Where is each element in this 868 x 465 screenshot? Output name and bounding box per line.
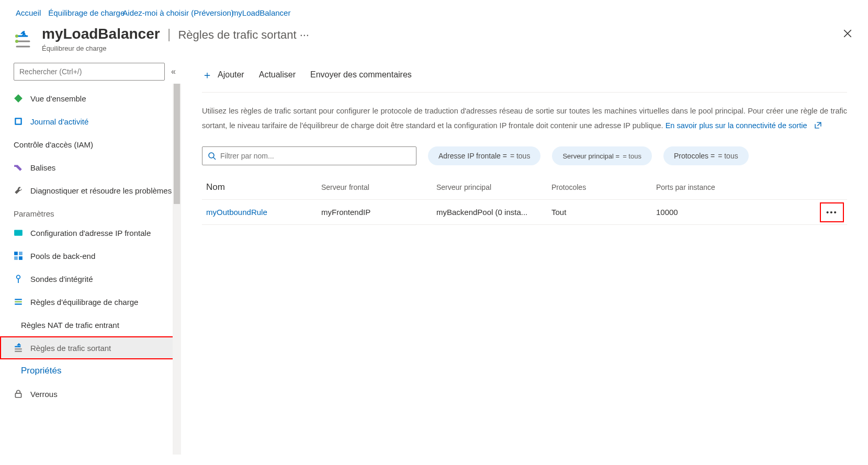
- sidebar-item-label: Balises: [30, 163, 55, 172]
- filter-name-input[interactable]: [202, 146, 416, 165]
- filter-backend-pill[interactable]: Serveur principal = = tous: [552, 146, 652, 165]
- breadcrumb: Accueil Équilibrage de charge Aidez-moi …: [0, 0, 868, 26]
- breadcrumb-resource[interactable]: myLoadBalancer: [232, 8, 291, 17]
- sidebar-scrollbar-thumb[interactable]: [174, 84, 180, 204]
- overview-icon: [14, 94, 23, 103]
- sidebar-section-settings: Paramètres: [0, 202, 181, 221]
- activity-log-icon: [14, 117, 23, 126]
- wrench-icon: [14, 186, 23, 195]
- sidebar-item-diagnose[interactable]: Diagnostiquer et résoudre les problèmes: [0, 179, 181, 202]
- sidebar-item-label: Diagnostiquer et résoudre les problèmes: [30, 186, 172, 195]
- content-pane: ＋ Ajouter Actualiser Envoyer des comment…: [181, 63, 868, 455]
- page-section: Règles de trafic sortant: [178, 28, 296, 42]
- frontend-ip-icon: [14, 228, 23, 237]
- svg-rect-9: [19, 256, 22, 260]
- filter-frontend-pill[interactable]: Adresse IP frontale = = tous: [428, 146, 540, 165]
- page-title: myLoadBalancer: [42, 26, 160, 42]
- cell-frontend: myFrontendIP: [321, 208, 436, 217]
- sidebar: « Vue d'ensemble Journal d'activité Cont…: [0, 63, 181, 455]
- sidebar-item-label: Propriétés: [21, 366, 61, 376]
- info-learn-more-link[interactable]: En savoir plus sur la connectivité de so…: [666, 121, 807, 130]
- col-protocols[interactable]: Protocoles: [551, 183, 656, 191]
- svg-point-1: [15, 40, 18, 43]
- title-ellipsis: ···: [300, 28, 309, 42]
- sidebar-item-label: Règles d'équilibrage de charge: [30, 298, 138, 307]
- refresh-label: Actualiser: [259, 70, 296, 80]
- grid-header: Nom Serveur frontal Serveur principal Pr…: [202, 175, 847, 200]
- sidebar-nav: Vue d'ensemble Journal d'activité Contrô…: [0, 87, 181, 405]
- refresh-button[interactable]: Actualiser: [259, 70, 296, 80]
- plus-icon: ＋: [202, 68, 212, 82]
- title-divider: |: [164, 26, 174, 42]
- blade-header: myLoadBalancer | Règles de trafic sortan…: [0, 26, 868, 63]
- sidebar-item-label: Règles NAT de trafic entrant: [21, 321, 119, 330]
- filter-row: Adresse IP frontale = = tous Serveur pri…: [202, 146, 868, 165]
- breadcrumb-help[interactable]: Aidez-moi à choisir (Préversion): [122, 8, 234, 17]
- svg-point-10: [17, 275, 20, 279]
- info-text: Utilisez les règles de trafic sortant po…: [202, 104, 847, 133]
- feedback-label: Envoyer des commentaires: [310, 70, 412, 80]
- svg-point-19: [209, 153, 214, 158]
- svg-rect-4: [16, 119, 21, 124]
- sidebar-item-label: Contrôle d'accès (IAM): [14, 140, 93, 149]
- svg-rect-6: [14, 252, 18, 255]
- search-icon: [208, 152, 216, 160]
- sidebar-item-label: Verrous: [30, 390, 58, 399]
- sidebar-item-nat-rules[interactable]: Règles NAT de trafic entrant: [0, 313, 181, 336]
- breadcrumb-home[interactable]: Accueil: [16, 8, 41, 17]
- sidebar-item-properties[interactable]: Propriétés: [0, 359, 181, 382]
- row-more-button[interactable]: •••: [820, 202, 844, 222]
- filter-protocol-label: Protocoles =: [674, 152, 715, 160]
- col-backend[interactable]: Serveur principal: [436, 183, 551, 191]
- svg-rect-8: [14, 256, 18, 260]
- load-balancer-icon: [14, 29, 35, 50]
- sidebar-item-iam[interactable]: Contrôle d'accès (IAM): [0, 133, 181, 156]
- lb-rules-icon: [14, 297, 23, 307]
- sidebar-scrollbar[interactable]: [173, 84, 181, 455]
- command-bar: ＋ Ajouter Actualiser Envoyer des comment…: [202, 63, 847, 87]
- health-probes-icon: [14, 274, 23, 283]
- search-input[interactable]: [14, 63, 165, 81]
- sidebar-item-health-probes[interactable]: Sondes d'intégrité: [0, 267, 181, 290]
- sidebar-item-label: Journal d'activité: [30, 117, 88, 126]
- backend-pools-icon: [14, 251, 23, 260]
- add-label: Ajouter: [218, 70, 244, 80]
- col-frontend[interactable]: Serveur frontal: [321, 183, 436, 191]
- svg-line-20: [213, 157, 216, 160]
- filter-frontend-label: Adresse IP frontale =: [438, 152, 507, 160]
- external-link-icon: [815, 119, 821, 133]
- svg-rect-7: [19, 252, 22, 255]
- cell-protocols: Tout: [551, 208, 656, 217]
- sidebar-item-label: Configuration d'adresse IP frontale: [30, 229, 151, 237]
- svg-marker-2: [14, 94, 22, 103]
- outbound-rules-icon: [14, 343, 23, 353]
- feedback-button[interactable]: Envoyer des commentaires: [310, 70, 412, 80]
- more-icon: •••: [826, 208, 838, 217]
- add-button[interactable]: ＋ Ajouter: [202, 68, 244, 82]
- close-icon[interactable]: [843, 29, 852, 40]
- col-name[interactable]: Nom: [206, 182, 321, 192]
- breadcrumb-lb[interactable]: Équilibrage de charge: [48, 8, 125, 17]
- filter-protocol-pill[interactable]: Protocoles = = tous: [663, 146, 749, 165]
- sidebar-item-frontend-ip[interactable]: Configuration d'adresse IP frontale: [0, 221, 181, 244]
- sidebar-item-overview[interactable]: Vue d'ensemble: [0, 87, 181, 110]
- sidebar-item-locks[interactable]: Verrous: [0, 382, 181, 405]
- col-ports[interactable]: Ports par instance: [656, 183, 816, 191]
- sidebar-item-activity-log[interactable]: Journal d'activité: [0, 110, 181, 133]
- svg-point-0: [15, 35, 18, 38]
- table-row[interactable]: myOutboundRule myFrontendIP myBackendPoo…: [202, 200, 847, 225]
- sidebar-item-lb-rules[interactable]: Règles d'équilibrage de charge: [0, 290, 181, 313]
- sidebar-item-outbound-rules[interactable]: Règles de trafic sortant: [0, 336, 181, 359]
- sidebar-item-label: Règles de trafic sortant: [30, 344, 111, 353]
- sidebar-item-label: Pools de back-end: [30, 252, 95, 260]
- filter-backend-label: Serveur principal =: [562, 152, 619, 160]
- rule-name-link[interactable]: myOutboundRule: [206, 208, 321, 217]
- sidebar-item-label: Vue d'ensemble: [30, 94, 86, 103]
- filter-protocol-value: = tous: [718, 152, 738, 160]
- filter-name-text[interactable]: [220, 152, 411, 160]
- sidebar-item-tags[interactable]: Balises: [0, 156, 181, 179]
- svg-rect-5: [14, 230, 22, 235]
- sidebar-item-backend-pools[interactable]: Pools de back-end: [0, 244, 181, 267]
- cell-ports: 10000: [656, 208, 816, 217]
- collapse-sidebar-icon[interactable]: «: [171, 67, 176, 76]
